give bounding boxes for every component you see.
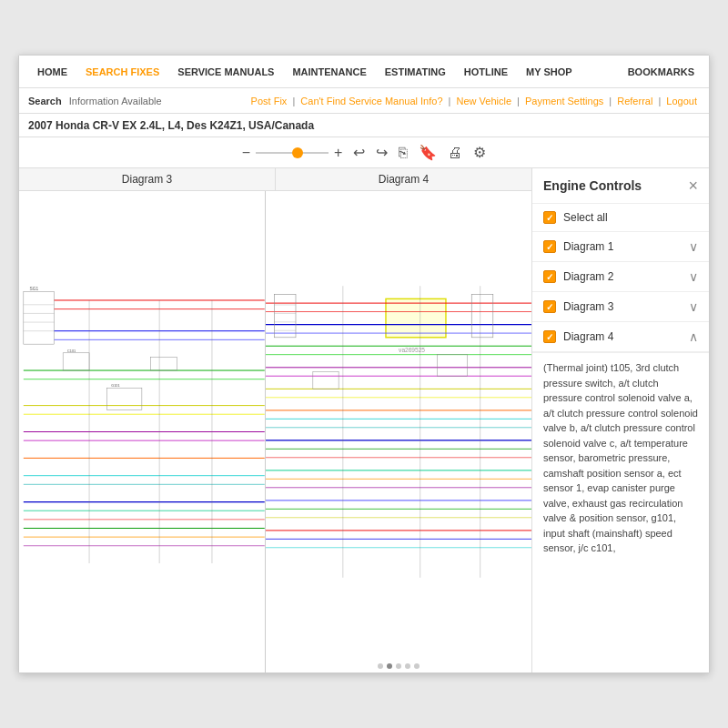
close-button[interactable]: × xyxy=(688,177,698,194)
diagram-headers: Diagram 3 Diagram 4 xyxy=(19,168,531,191)
diagram-content: SG1 C101 G101 xyxy=(19,191,531,672)
diagram-1-checkbox[interactable] xyxy=(543,240,556,253)
diagram-1-label: Diagram 1 xyxy=(563,240,682,253)
zoom-slider-track[interactable] xyxy=(256,152,329,154)
svg-text:G101: G101 xyxy=(111,384,119,388)
rotate-right-icon[interactable]: ↪ xyxy=(376,144,388,161)
engine-controls-panel: Engine Controls × Select all Diagram 1 ∨ xyxy=(531,168,709,672)
vehicle-bar: 2007 Honda CR-V EX 2.4L, L4, Des K24Z1, … xyxy=(19,114,709,137)
search-links: Post Fix | Can't Find Service Manual Inf… xyxy=(248,96,700,106)
new-vehicle-link[interactable]: New Vehicle xyxy=(457,96,512,106)
diagram-3-panel: SG1 C101 G101 xyxy=(19,191,266,672)
search-bar: Search Information Available Post Fix | … xyxy=(19,88,709,114)
nav-service-manuals[interactable]: SERVICE MANUALS xyxy=(168,56,283,88)
panel-title: Engine Controls xyxy=(543,178,688,193)
diagram-2-collapse-icon[interactable]: ∨ xyxy=(689,269,698,284)
diagram-4-row[interactable]: Diagram 4 ∧ xyxy=(532,322,709,352)
rotate-left-icon[interactable]: ↩ xyxy=(353,144,365,161)
outer-container: HOME SEARCH FIXES SERVICE MANUALS MAINTE… xyxy=(0,0,728,728)
diagram-3-header: Diagram 3 xyxy=(19,168,276,190)
copy-icon[interactable]: ⎘ xyxy=(399,145,408,161)
diagram-3-svg: SG1 C101 G101 xyxy=(19,191,265,672)
diagram-2-row[interactable]: Diagram 2 ∨ xyxy=(532,262,709,292)
diagram-3-collapse-icon[interactable]: ∨ xyxy=(689,299,698,314)
svg-text:C101: C101 xyxy=(67,349,76,353)
diagram-4-expand-icon[interactable]: ∧ xyxy=(689,329,698,344)
panel-list: Select all Diagram 1 ∨ Diagram 2 ∨ xyxy=(532,204,709,672)
nav-maintenance[interactable]: MAINTENANCE xyxy=(283,56,375,88)
diagram-2-checkbox[interactable] xyxy=(543,270,556,283)
zoom-out-icon[interactable]: − xyxy=(242,145,250,161)
svg-text:va269525: va269525 xyxy=(399,347,425,353)
page-dot-5 xyxy=(414,663,420,669)
nav-hotline[interactable]: HOTLINE xyxy=(455,56,517,88)
zoom-slider-container: − + xyxy=(242,145,343,161)
diagram-4-header: Diagram 4 xyxy=(276,168,531,190)
referral-link[interactable]: Referral xyxy=(617,96,652,106)
page-dot-2 xyxy=(387,663,392,669)
svg-text:SG1: SG1 xyxy=(30,287,39,291)
print-icon[interactable]: 🖨 xyxy=(448,145,462,161)
post-fix-link[interactable]: Post Fix xyxy=(251,96,288,106)
diagram-4-checkbox[interactable] xyxy=(543,330,556,343)
diagram-1-collapse-icon[interactable]: ∨ xyxy=(689,239,698,254)
zoom-slider-handle[interactable] xyxy=(292,147,303,158)
logout-link[interactable]: Logout xyxy=(666,96,697,106)
select-all-checkbox[interactable] xyxy=(543,211,556,224)
nav-my-shop[interactable]: MY SHOP xyxy=(517,56,581,88)
page-dot-1 xyxy=(378,663,383,669)
diagram-3-label: Diagram 3 xyxy=(563,300,682,313)
svg-rect-35 xyxy=(386,298,446,337)
diagram-3-checkbox[interactable] xyxy=(543,300,556,313)
diagram-4-description: (Thermal joint) t105, 3rd clutch pressur… xyxy=(532,352,709,563)
settings-icon[interactable]: ⚙ xyxy=(473,144,486,161)
page-dot-4 xyxy=(405,663,410,669)
nav-home[interactable]: HOME xyxy=(28,56,76,88)
nav-search-fixes[interactable]: SEARCH FIXES xyxy=(76,56,168,88)
cant-find-link[interactable]: Can't Find Service Manual Info? xyxy=(300,96,442,106)
vehicle-text: 2007 Honda CR-V EX 2.4L, L4, Des K24Z1, … xyxy=(28,119,314,132)
diagram-3-row[interactable]: Diagram 3 ∨ xyxy=(532,292,709,322)
select-all-label: Select all xyxy=(563,211,608,224)
toolbar: − + ↩ ↪ ⎘ 🔖 🖨 ⚙ xyxy=(19,137,709,168)
diagram-4-label: Diagram 4 xyxy=(563,330,682,343)
main-content: Diagram 3 Diagram 4 xyxy=(19,168,709,672)
diagram-4-svg: va269525 xyxy=(266,191,531,672)
nav-estimating[interactable]: ESTIMATING xyxy=(376,56,455,88)
app-window: HOME SEARCH FIXES SERVICE MANUALS MAINTE… xyxy=(18,55,710,673)
page-dot-3 xyxy=(396,663,401,669)
panel-header: Engine Controls × xyxy=(532,168,709,204)
select-all-row[interactable]: Select all xyxy=(532,204,709,232)
search-label: Search xyxy=(28,96,62,106)
diagram-2-label: Diagram 2 xyxy=(563,270,682,283)
payment-settings-link[interactable]: Payment Settings xyxy=(525,96,603,106)
search-status: Information Available xyxy=(69,96,162,106)
diagram-1-row[interactable]: Diagram 1 ∨ xyxy=(532,232,709,262)
diagram-4-panel: va269525 xyxy=(266,191,531,672)
diagram-area: Diagram 3 Diagram 4 xyxy=(19,168,531,672)
nav-bookmarks[interactable]: BOOKMARKS xyxy=(622,66,700,77)
nav-bar: HOME SEARCH FIXES SERVICE MANUALS MAINTE… xyxy=(19,56,709,88)
page-dots xyxy=(378,663,420,669)
zoom-in-icon[interactable]: + xyxy=(334,145,342,161)
bookmark-icon[interactable]: 🔖 xyxy=(419,144,437,161)
